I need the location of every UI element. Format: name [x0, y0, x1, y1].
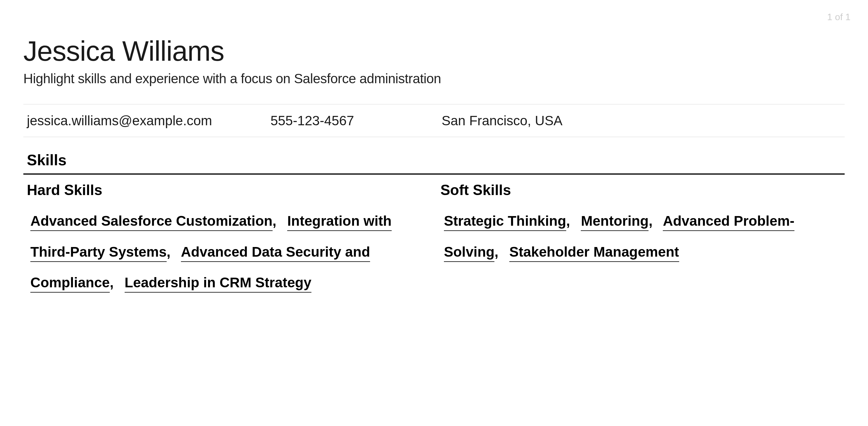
skill-separator: ,: [649, 213, 659, 229]
hard-skills-title: Hard Skills: [27, 182, 428, 199]
skills-columns: Hard Skills Advanced Salesforce Customiz…: [23, 182, 845, 298]
skill-item: Advanced Salesforce Customization: [30, 213, 273, 231]
skill-item: Leadership in CRM Strategy: [125, 275, 311, 293]
section-title-skills: Skills: [23, 149, 845, 175]
skill-item: Mentoring: [581, 213, 649, 231]
skill-separator: ,: [494, 244, 505, 260]
resume-tagline: Highlight skills and experience with a f…: [23, 71, 845, 86]
hard-skills-column: Hard Skills Advanced Salesforce Customiz…: [23, 182, 431, 298]
resume-header: Jessica Williams Highlight skills and ex…: [23, 35, 845, 86]
skill-separator: ,: [167, 244, 178, 260]
soft-skills-list: Strategic Thinking, Mentoring, Advanced …: [440, 206, 841, 267]
skill-item: Stakeholder Management: [509, 244, 679, 262]
contact-email: jessica.williams@example.com: [27, 113, 212, 128]
contact-phone: 555-123-4567: [271, 113, 354, 128]
skill-item: Strategic Thinking: [444, 213, 566, 231]
skill-separator: ,: [110, 275, 121, 290]
soft-skills-column: Soft Skills Strategic Thinking, Mentorin…: [437, 182, 845, 298]
soft-skills-title: Soft Skills: [440, 182, 841, 199]
contact-row: jessica.williams@example.com 555-123-456…: [23, 104, 845, 137]
person-name: Jessica Williams: [23, 35, 845, 67]
skill-separator: ,: [566, 213, 577, 229]
contact-location: San Francisco, USA: [442, 113, 562, 128]
page-counter: 1 of 1: [827, 12, 850, 23]
skill-separator: ,: [273, 213, 283, 229]
hard-skills-list: Advanced Salesforce Customization, Integ…: [27, 206, 428, 298]
